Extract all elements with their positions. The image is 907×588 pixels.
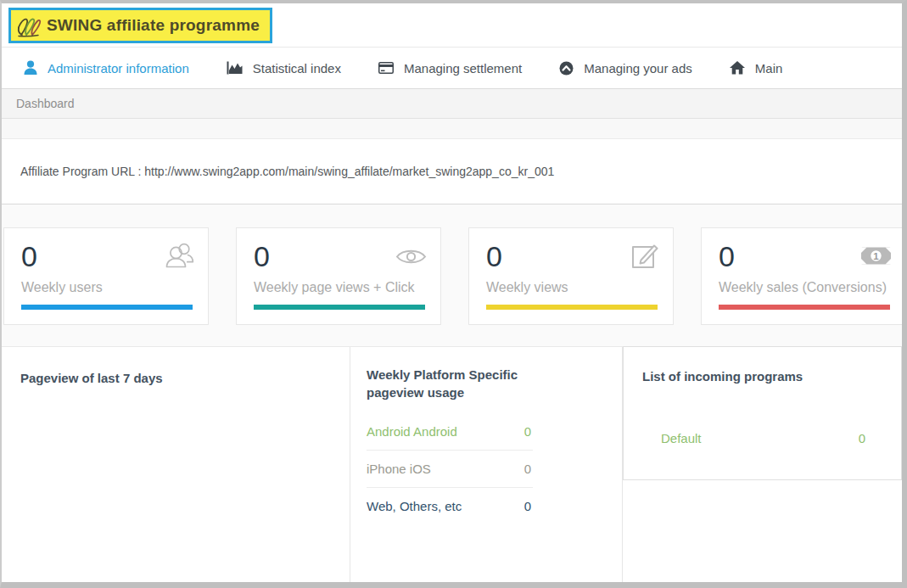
platform-rows: Android Android 0 iPhone iOS 0 Web, Othe… <box>367 413 533 524</box>
circle-up-icon <box>559 61 574 76</box>
nav-label: Administrator information <box>48 61 189 76</box>
platform-value: 0 <box>524 499 531 513</box>
card-icon <box>378 62 394 74</box>
stat-label: Weekly views <box>486 280 658 295</box>
incoming-row-default[interactable]: Default 0 <box>661 431 865 445</box>
home-icon <box>730 61 745 75</box>
stats-row: 0 Weekly users 0 Weekly page views <box>2 204 902 346</box>
platform-label: Web, Others, etc <box>367 499 462 513</box>
nav-item-main[interactable]: Main <box>723 56 790 81</box>
app-window: SWING affiliate programme Administrator … <box>0 0 907 588</box>
panel-incoming-programs: List of incoming programs Default 0 <box>623 346 902 480</box>
stat-bar <box>254 305 425 310</box>
nav-label: Main <box>755 61 783 76</box>
platform-value: 0 <box>524 462 531 476</box>
chart-icon <box>227 61 243 75</box>
affiliate-url-text: Affiliate Program URL : http://www.swing… <box>20 165 554 178</box>
stat-label: Weekly users <box>21 280 193 295</box>
platform-row-android[interactable]: Android Android 0 <box>367 413 533 451</box>
panel-pageview-last-7-days: Pageview of last 7 days <box>2 347 350 582</box>
platform-row-web-others[interactable]: Web, Others, etc 0 <box>367 488 533 524</box>
panel-title: Weekly Platform Specific pageview usage <box>367 366 540 401</box>
banknote-icon: 1 <box>860 245 892 270</box>
panel-incoming-programs-column: List of incoming programs Default 0 <box>623 347 902 582</box>
incoming-value: 0 <box>859 431 865 445</box>
swing-scribble-icon <box>16 14 45 37</box>
nav-label: Managing settlement <box>404 61 522 76</box>
affiliate-url-row: Affiliate Program URL : http://www.swing… <box>2 139 902 204</box>
stat-label: Weekly sales (Conversions) <box>719 280 890 295</box>
nav-item-administrator-information[interactable]: Administrator information <box>17 55 196 81</box>
platform-label: Android Android <box>367 424 457 439</box>
logo[interactable]: SWING affiliate programme <box>8 8 272 43</box>
nav-item-statistical-index[interactable]: Statistical index <box>220 56 348 81</box>
platform-value: 0 <box>524 424 531 439</box>
svg-text:1: 1 <box>873 251 879 261</box>
panel-platform-pageview-usage: Weekly Platform Specific pageview usage … <box>350 347 623 582</box>
bottom-panels: Pageview of last 7 days Weekly Platform … <box>2 346 902 582</box>
nav-label: Managing your ads <box>584 61 692 76</box>
stat-bar <box>719 305 890 310</box>
stat-card-weekly-pageviews: 0 Weekly page views + Click <box>236 227 441 325</box>
nav-item-managing-settlement[interactable]: Managing settlement <box>372 56 529 81</box>
stat-bar <box>486 305 658 310</box>
stat-card-weekly-views: 0 Weekly views <box>468 227 674 325</box>
incoming-label: Default <box>661 431 702 445</box>
nav-item-managing-your-ads[interactable]: Managing your ads <box>552 56 699 81</box>
main-nav: Administrator information Statistical in… <box>2 48 902 89</box>
compose-icon <box>631 242 659 273</box>
eye-icon <box>395 247 427 270</box>
logo-text: SWING affiliate programme <box>47 16 260 35</box>
users-icon <box>164 242 194 272</box>
nav-label: Statistical index <box>253 61 341 76</box>
platform-label: iPhone iOS <box>367 462 431 476</box>
breadcrumb-label: Dashboard <box>16 97 75 110</box>
platform-row-iphone[interactable]: iPhone iOS 0 <box>367 451 533 488</box>
stat-card-weekly-sales: 0 1 Weekly sales (Conversions) <box>701 227 902 325</box>
panel-title: List of incoming programs <box>642 367 865 385</box>
breadcrumb: Dashboard <box>2 89 902 119</box>
user-icon <box>24 60 37 76</box>
spacer-band <box>2 119 902 139</box>
stat-card-weekly-users: 0 Weekly users <box>3 227 209 325</box>
stat-label: Weekly page views + Click <box>254 280 425 295</box>
stat-bar <box>21 305 193 310</box>
panel-title: Pageview of last 7 days <box>20 369 350 387</box>
header: SWING affiliate programme <box>2 3 902 48</box>
